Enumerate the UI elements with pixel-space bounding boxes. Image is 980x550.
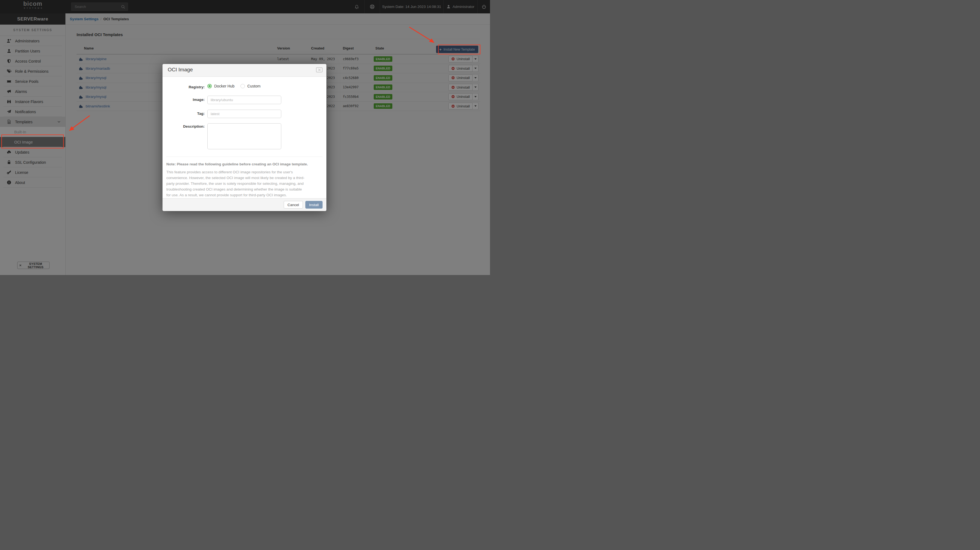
serverware-app: bicom SYSTEMS System Date: 14 Jun 2023 1… xyxy=(0,0,490,275)
description-field[interactable] xyxy=(207,123,281,149)
modal-title: OCI Image xyxy=(168,67,193,73)
install-button[interactable]: Install xyxy=(305,201,323,209)
description-label: Description: xyxy=(166,124,205,128)
tag-field[interactable] xyxy=(207,109,281,118)
radio-custom[interactable] xyxy=(240,84,245,88)
cancel-button[interactable]: Cancel xyxy=(284,201,303,209)
registry-radio-group: Docker Hub Custom xyxy=(207,84,261,88)
close-icon xyxy=(318,68,321,71)
modal-footer: Cancel Install xyxy=(162,198,326,211)
radio-docker-hub-label[interactable]: Docker Hub xyxy=(214,84,234,88)
modal-close-button[interactable] xyxy=(316,67,323,73)
modal-body: Registry: Docker Hub Custom Image: Tag: … xyxy=(162,77,326,198)
image-field[interactable] xyxy=(207,96,281,104)
note-body: This feature provides access to differen… xyxy=(166,169,304,198)
tag-label: Tag: xyxy=(166,111,205,116)
modal-divider xyxy=(166,157,323,157)
radio-docker-hub[interactable] xyxy=(207,84,212,88)
note-title: Note: Please read the following guidelin… xyxy=(166,162,308,166)
image-label: Image: xyxy=(166,98,205,102)
oci-image-modal: OCI Image Registry: Docker Hub Custom Im… xyxy=(162,64,326,211)
modal-header: OCI Image xyxy=(162,64,326,77)
radio-custom-label[interactable]: Custom xyxy=(247,84,261,88)
registry-label: Registry: xyxy=(166,85,205,89)
